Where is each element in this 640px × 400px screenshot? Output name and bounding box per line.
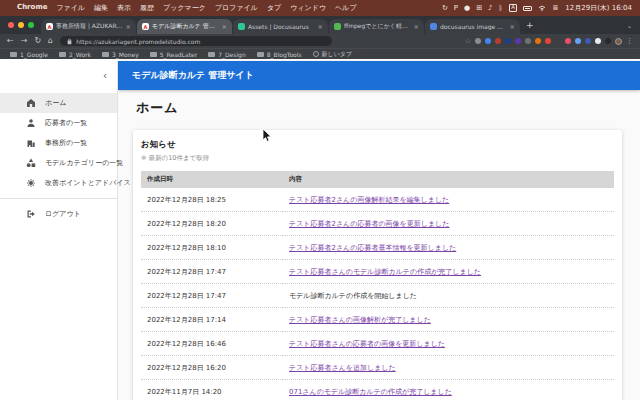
extension-icon-7[interactable] bbox=[545, 38, 551, 44]
parallels-icon[interactable]: P bbox=[454, 5, 458, 12]
row-content: 071さんのモデル診断カルテの作成が完了しました bbox=[283, 380, 614, 400]
tab-close-icon[interactable]: × bbox=[222, 23, 227, 31]
menu-item-4[interactable]: 履歴 bbox=[140, 3, 154, 13]
sidebar-item-label: 改善ポイントとアドバイス bbox=[45, 178, 131, 188]
extension-icon-12[interactable] bbox=[595, 38, 601, 44]
tab-close-icon[interactable]: × bbox=[126, 23, 131, 31]
extension-icon-11[interactable] bbox=[585, 38, 591, 44]
person-icon bbox=[26, 118, 36, 128]
sidebar-item-logout[interactable]: ログアウト bbox=[0, 204, 117, 224]
home-icon[interactable]: ⌂ bbox=[48, 37, 53, 45]
folder-icon bbox=[257, 52, 264, 57]
bookmark-folder-3[interactable]: 5_ReadLater bbox=[150, 51, 197, 58]
tab-favicon bbox=[430, 23, 437, 30]
battery-icon[interactable] bbox=[523, 6, 532, 11]
wifi-icon[interactable] bbox=[538, 5, 546, 11]
sidebar-item-2[interactable]: 事務所の一覧 bbox=[0, 133, 117, 153]
menubar-clock[interactable]: 12月29日(木) 16:04 bbox=[565, 3, 632, 13]
omnibox[interactable]: https://azukariagent.promodelstudio.com bbox=[60, 36, 332, 46]
notice-link[interactable]: テスト応募者2さんの応募者の画像を更新しました bbox=[289, 220, 449, 228]
ime-a-icon[interactable]: A bbox=[509, 4, 518, 12]
notice-link[interactable]: テスト応募者さんの応募者の画像を更新しました bbox=[289, 340, 445, 348]
notice-link[interactable]: テスト応募者さんの画像解析が完了しました bbox=[289, 316, 431, 324]
menu-item-8[interactable]: ウィンドウ bbox=[290, 3, 326, 13]
new-tab-button[interactable]: + bbox=[520, 20, 540, 30]
browser-tab-0[interactable]: A事務所情報 | AZUKARI Agent× bbox=[41, 19, 136, 34]
bookmark-folder-4[interactable]: 7_Design bbox=[208, 51, 246, 58]
extension-icon-0[interactable] bbox=[475, 38, 481, 44]
browser-tab-2[interactable]: Assets | Docusaurus× bbox=[233, 19, 328, 34]
zoom-window-button[interactable] bbox=[28, 22, 34, 28]
tabs: A事務所情報 | AZUKARI Agent×Aモデル診断カルテ 管理サイト×A… bbox=[40, 19, 520, 34]
lock-icon bbox=[67, 38, 72, 45]
menubar-menus: Chromeファイル編集表示履歴ブックマークプロファイルタブウィンドウヘルプ bbox=[17, 3, 357, 13]
extension-icon-9[interactable] bbox=[565, 38, 571, 44]
sidebar-item-0[interactable]: ホーム bbox=[0, 93, 117, 113]
sidebar-item-1[interactable]: 応募者の一覧 bbox=[0, 113, 117, 133]
extension-icon-1[interactable] bbox=[485, 38, 491, 44]
tab-search-caret-icon[interactable]: ⌄ bbox=[627, 22, 636, 29]
folder-icon bbox=[10, 52, 17, 57]
notices-subtitle: ※ 最新の10件まで取得 bbox=[141, 154, 614, 163]
back-icon[interactable]: ← bbox=[7, 37, 14, 45]
page-title: ホーム bbox=[136, 99, 640, 117]
bookmark-folder-1[interactable]: 2_Work bbox=[59, 51, 91, 58]
tab-title: docusaurus image width css bbox=[440, 23, 507, 30]
extension-icon-6[interactable] bbox=[535, 38, 541, 44]
bookmark-folder-5[interactable]: 8_BlogTools bbox=[257, 51, 302, 58]
menu-item-0[interactable]: Chrome bbox=[17, 3, 47, 13]
reload-icon[interactable]: ↻ bbox=[34, 37, 41, 45]
opera-icon[interactable]: ● bbox=[464, 5, 470, 12]
minimize-window-button[interactable] bbox=[18, 22, 24, 28]
tab-close-icon[interactable]: × bbox=[510, 23, 515, 31]
music-icon[interactable]: ♪ bbox=[488, 5, 492, 12]
table-row: 2022年12月28日 17:14テスト応募者さんの画像解析が完了しました bbox=[141, 308, 614, 332]
notices-card: お知らせ ※ 最新の10件まで取得 作成日時内容 2022年12月28日 18:… bbox=[133, 130, 622, 400]
grid-icon[interactable]: ⊞ bbox=[476, 5, 482, 12]
extension-icon-10[interactable] bbox=[575, 38, 581, 44]
menu-item-3[interactable]: 表示 bbox=[117, 3, 131, 13]
folder-icon bbox=[102, 52, 109, 57]
notice-link[interactable]: 071さんのモデル診断カルテの作成が完了しました bbox=[289, 388, 452, 396]
notice-link[interactable]: テスト応募者さんのモデル診断カルテの作成が完了しました bbox=[289, 268, 481, 276]
menu-item-5[interactable]: ブックマーク bbox=[163, 3, 206, 13]
bookmark-folder-2[interactable]: 3_Money bbox=[102, 51, 139, 58]
browser-tab-3[interactable]: ffmpegでとにかく軽量なGIFを作…× bbox=[329, 19, 424, 34]
browser-tab-4[interactable]: docusaurus image width css× bbox=[425, 19, 520, 34]
menu-item-7[interactable]: タブ bbox=[267, 3, 281, 13]
tab-favicon: A bbox=[142, 23, 149, 30]
menu-item-6[interactable]: プロファイル bbox=[215, 3, 258, 13]
bookmark-new-tab[interactable]: 新しいタブ bbox=[313, 50, 353, 59]
bookmark-label: 7_Design bbox=[218, 51, 246, 58]
browser-tab-1[interactable]: Aモデル診断カルテ 管理サイト× bbox=[137, 19, 232, 34]
menu-item-2[interactable]: 編集 bbox=[94, 3, 108, 13]
bluetooth-icon[interactable]: ᛒ bbox=[498, 5, 502, 12]
close-window-button[interactable] bbox=[8, 22, 14, 28]
globe-icon bbox=[313, 51, 319, 57]
menu-item-9[interactable]: ヘルプ bbox=[335, 3, 357, 13]
notice-link[interactable]: テスト応募者2さんの画像解析結果を編集しました bbox=[289, 196, 449, 204]
table-row: 2022年12月28日 18:10テスト応募者2さんの応募者基本情報を更新しまし… bbox=[141, 236, 614, 260]
history-icon[interactable]: ↻ bbox=[442, 5, 448, 12]
extension-icon-5[interactable] bbox=[525, 38, 531, 44]
bookmark-folder-0[interactable]: 1_Google bbox=[10, 51, 48, 58]
tab-close-icon[interactable]: × bbox=[318, 23, 323, 31]
profile-avatar[interactable] bbox=[615, 38, 622, 45]
forward-icon[interactable]: → bbox=[21, 37, 28, 45]
extension-icon-8[interactable] bbox=[555, 38, 561, 44]
control-center-icon[interactable]: ≣ bbox=[552, 5, 558, 12]
extension-icon-3[interactable] bbox=[505, 38, 511, 44]
tab-close-icon[interactable]: × bbox=[414, 23, 419, 31]
extension-icon-4[interactable] bbox=[515, 38, 521, 44]
chrome-menu-icon[interactable]: ⋮ bbox=[626, 37, 633, 45]
notice-link[interactable]: テスト応募者2さんの応募者基本情報を更新しました bbox=[289, 244, 456, 252]
extension-icon-13[interactable] bbox=[605, 38, 611, 44]
main-content: ホーム お知らせ ※ 最新の10件まで取得 作成日時内容 2022年12月28日… bbox=[118, 90, 640, 400]
sidebar-item-4[interactable]: 改善ポイントとアドバイス bbox=[0, 173, 117, 193]
bookmark-star-icon[interactable]: ☆ bbox=[465, 37, 471, 45]
sidebar-collapse-chevron-icon[interactable]: ‹ bbox=[103, 71, 107, 81]
extension-icon-2[interactable] bbox=[495, 38, 501, 44]
notice-link[interactable]: テスト応募者さんを追加しました bbox=[289, 364, 396, 372]
sidebar-item-3[interactable]: モデルカテゴリーの一覧 bbox=[0, 153, 117, 173]
menu-item-1[interactable]: ファイル bbox=[56, 3, 85, 13]
